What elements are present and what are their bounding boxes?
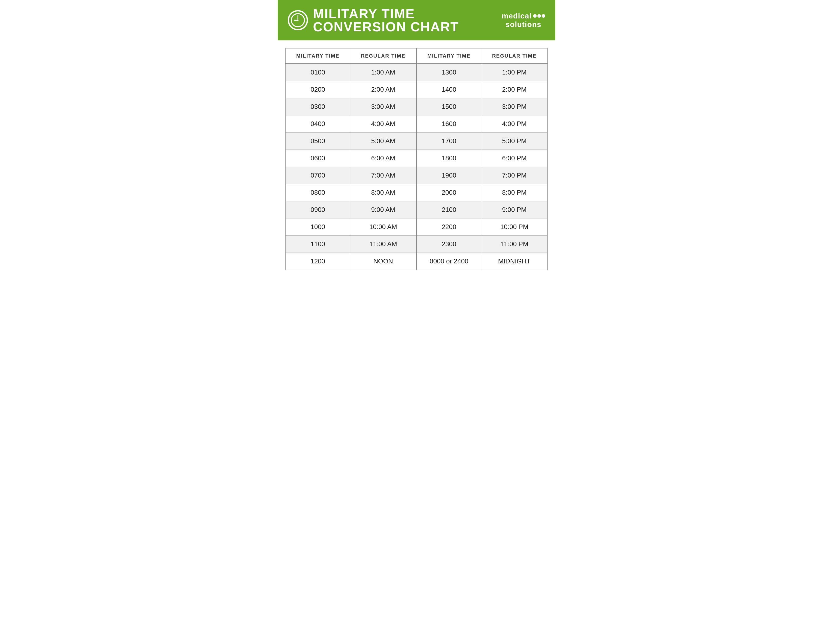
mil-time-left: 1000 bbox=[286, 219, 350, 236]
mil-time-left: 1100 bbox=[286, 236, 350, 253]
mil-time-right: 1500 bbox=[416, 98, 481, 116]
logo-medical: medical bbox=[502, 11, 532, 20]
table-row: 03003:00 AM15003:00 PM bbox=[286, 98, 547, 116]
table-row: 02002:00 AM14002:00 PM bbox=[286, 81, 547, 98]
reg-time-left: 9:00 AM bbox=[350, 201, 416, 219]
mil-time-right: 1600 bbox=[416, 116, 481, 133]
mil-time-right: 2200 bbox=[416, 219, 481, 236]
table-row: 1200NOON0000 or 2400MIDNIGHT bbox=[286, 253, 547, 270]
table-section: MILITARY TIME REGULAR TIME MILITARY TIME… bbox=[278, 40, 555, 278]
reg-time-right: 8:00 PM bbox=[481, 184, 547, 201]
mil-time-left: 1200 bbox=[286, 253, 350, 270]
table-row: 07007:00 AM19007:00 PM bbox=[286, 167, 547, 184]
logo-row: medical bbox=[502, 11, 545, 20]
reg-time-left: 10:00 AM bbox=[350, 219, 416, 236]
col-header-mil2: MILITARY TIME bbox=[416, 48, 481, 64]
mil-time-right: 2100 bbox=[416, 201, 481, 219]
logo-solutions: solutions bbox=[505, 20, 541, 29]
table-row: 05005:00 AM17005:00 PM bbox=[286, 133, 547, 150]
table-row: 110011:00 AM230011:00 PM bbox=[286, 236, 547, 253]
reg-time-right: 5:00 PM bbox=[481, 133, 547, 150]
reg-time-right: 3:00 PM bbox=[481, 98, 547, 116]
table-row: 06006:00 AM18006:00 PM bbox=[286, 150, 547, 167]
table-row: 01001:00 AM13001:00 PM bbox=[286, 64, 547, 81]
mil-time-right: 2300 bbox=[416, 236, 481, 253]
table-header-row: MILITARY TIME REGULAR TIME MILITARY TIME… bbox=[286, 48, 547, 64]
reg-time-left: 11:00 AM bbox=[350, 236, 416, 253]
mil-time-left: 0600 bbox=[286, 150, 350, 167]
reg-time-right: 10:00 PM bbox=[481, 219, 547, 236]
page-header: MILITARY TIME CONVERSION CHART medical s… bbox=[278, 0, 555, 40]
table-row: 04004:00 AM16004:00 PM bbox=[286, 116, 547, 133]
mil-time-left: 0300 bbox=[286, 98, 350, 116]
logo-dots bbox=[533, 14, 545, 18]
logo-dot-1 bbox=[533, 14, 537, 18]
reg-time-left: 5:00 AM bbox=[350, 133, 416, 150]
conversion-table: MILITARY TIME REGULAR TIME MILITARY TIME… bbox=[285, 48, 548, 270]
mil-time-left: 0900 bbox=[286, 201, 350, 219]
col-header-reg1: REGULAR TIME bbox=[350, 48, 416, 64]
reg-time-left: 8:00 AM bbox=[350, 184, 416, 201]
col-header-mil1: MILITARY TIME bbox=[286, 48, 350, 64]
reg-time-left: 1:00 AM bbox=[350, 64, 416, 81]
mil-time-left: 0400 bbox=[286, 116, 350, 133]
reg-time-right: 9:00 PM bbox=[481, 201, 547, 219]
reg-time-left: 4:00 AM bbox=[350, 116, 416, 133]
reg-time-left: NOON bbox=[350, 253, 416, 270]
mil-time-right: 1900 bbox=[416, 167, 481, 184]
reg-time-right: 6:00 PM bbox=[481, 150, 547, 167]
reg-time-left: 7:00 AM bbox=[350, 167, 416, 184]
mil-time-left: 0700 bbox=[286, 167, 350, 184]
mil-time-left: 0200 bbox=[286, 81, 350, 98]
reg-time-right: 1:00 PM bbox=[481, 64, 547, 81]
reg-time-right: 2:00 PM bbox=[481, 81, 547, 98]
reg-time-right: 11:00 PM bbox=[481, 236, 547, 253]
svg-point-3 bbox=[298, 20, 299, 21]
mil-time-right: 1300 bbox=[416, 64, 481, 81]
logo-dot-3 bbox=[542, 14, 545, 18]
reg-time-left: 3:00 AM bbox=[350, 98, 416, 116]
clock-icon bbox=[288, 10, 308, 30]
mil-time-right: 1800 bbox=[416, 150, 481, 167]
header-left: MILITARY TIME CONVERSION CHART bbox=[288, 7, 502, 33]
table-row: 08008:00 AM20008:00 PM bbox=[286, 184, 547, 201]
page-title: MILITARY TIME CONVERSION CHART bbox=[313, 7, 502, 33]
table-row: 09009:00 AM21009:00 PM bbox=[286, 201, 547, 219]
mil-time-right: 1400 bbox=[416, 81, 481, 98]
col-header-reg2: REGULAR TIME bbox=[481, 48, 547, 64]
mil-time-left: 0800 bbox=[286, 184, 350, 201]
brand-logo: medical solutions bbox=[502, 11, 545, 29]
reg-time-right: MIDNIGHT bbox=[481, 253, 547, 270]
reg-time-right: 7:00 PM bbox=[481, 167, 547, 184]
mil-time-right: 0000 or 2400 bbox=[416, 253, 481, 270]
logo-dot-2 bbox=[537, 14, 541, 18]
reg-time-right: 4:00 PM bbox=[481, 116, 547, 133]
mil-time-left: 0100 bbox=[286, 64, 350, 81]
mil-time-right: 2000 bbox=[416, 184, 481, 201]
table-row: 100010:00 AM220010:00 PM bbox=[286, 219, 547, 236]
mil-time-left: 0500 bbox=[286, 133, 350, 150]
reg-time-left: 6:00 AM bbox=[350, 150, 416, 167]
mil-time-right: 1700 bbox=[416, 133, 481, 150]
reg-time-left: 2:00 AM bbox=[350, 81, 416, 98]
